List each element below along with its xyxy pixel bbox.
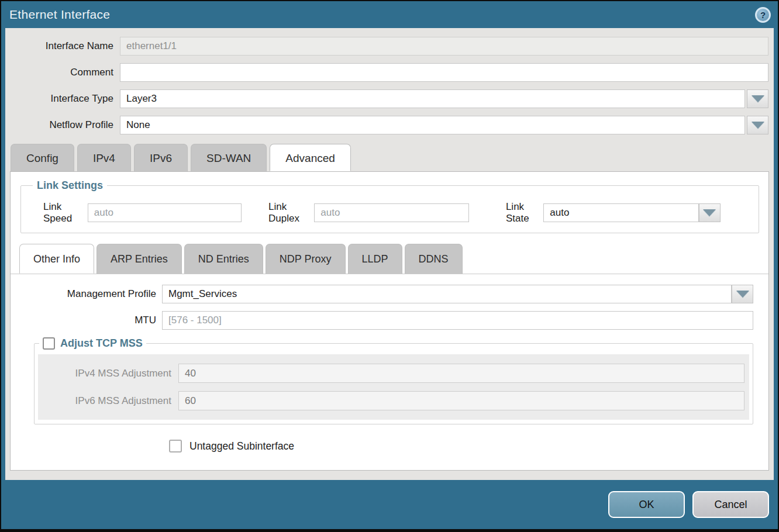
link-duplex-label: Link Duplex bbox=[268, 201, 314, 224]
link-state-label: Link State bbox=[506, 201, 543, 224]
chevron-down-icon bbox=[752, 122, 764, 129]
netflow-profile-row: Netflow Profile bbox=[5, 116, 768, 134]
chevron-down-icon bbox=[752, 95, 764, 102]
tab-ipv6[interactable]: IPv6 bbox=[134, 144, 188, 171]
link-state-select[interactable] bbox=[543, 203, 698, 222]
comment-label: Comment bbox=[5, 67, 120, 78]
dialog-body: Interface Name Comment Interface Type Ne… bbox=[5, 28, 774, 480]
interface-type-dropdown-button[interactable] bbox=[747, 89, 768, 108]
subtab-ddns[interactable]: DDNS bbox=[405, 244, 463, 274]
link-state-dropdown-button[interactable] bbox=[699, 203, 721, 222]
mss-disabled-panel: IPv4 MSS Adjustment IPv6 MSS Adjustment bbox=[38, 354, 749, 420]
netflow-profile-label: Netflow Profile bbox=[5, 119, 120, 131]
interface-name-label: Interface Name bbox=[5, 40, 120, 52]
management-profile-dropdown-button[interactable] bbox=[732, 285, 753, 303]
ok-button[interactable]: OK bbox=[608, 491, 685, 518]
link-speed-label: Link Speed bbox=[43, 201, 88, 224]
management-profile-select[interactable] bbox=[162, 285, 732, 303]
untagged-subinterface-checkbox[interactable] bbox=[169, 440, 182, 452]
interface-type-label: Interface Type bbox=[5, 93, 120, 105]
adjust-tcp-mss-checkbox[interactable] bbox=[43, 337, 55, 350]
interface-name-field bbox=[120, 37, 768, 56]
management-profile-row: Management Profile bbox=[11, 285, 753, 303]
dialog-title: Ethernet Interface bbox=[9, 8, 110, 22]
ethernet-interface-dialog: Ethernet Interface ? Interface Name Comm… bbox=[0, 0, 779, 532]
subtab-nd-entries[interactable]: ND Entries bbox=[184, 244, 263, 274]
advanced-tab-panel: Link Settings Link Speed Link Duplex Lin… bbox=[10, 171, 769, 471]
netflow-profile-dropdown-button[interactable] bbox=[747, 116, 768, 134]
ipv4-mss-row: IPv4 MSS Adjustment bbox=[43, 360, 744, 387]
comment-row: Comment bbox=[5, 63, 768, 82]
link-settings-legend: Link Settings bbox=[33, 179, 107, 192]
tab-config[interactable]: Config bbox=[11, 144, 74, 171]
mtu-row: MTU bbox=[11, 311, 753, 330]
interface-type-select[interactable] bbox=[120, 89, 745, 108]
ipv4-mss-field bbox=[178, 364, 744, 383]
ipv4-mss-label: IPv4 MSS Adjustment bbox=[43, 368, 178, 379]
ipv6-mss-field bbox=[178, 391, 744, 410]
management-profile-label: Management Profile bbox=[11, 288, 162, 300]
link-duplex-field[interactable] bbox=[314, 203, 469, 222]
untagged-subinterface-label: Untagged Subinterface bbox=[189, 440, 294, 452]
ipv6-mss-label: IPv6 MSS Adjustment bbox=[43, 395, 178, 407]
main-tab-bar: Config IPv4 IPv6 SD-WAN Advanced bbox=[11, 144, 774, 171]
link-speed-field[interactable] bbox=[88, 203, 242, 222]
title-bar: Ethernet Interface ? bbox=[1, 1, 778, 28]
comment-field[interactable] bbox=[120, 63, 768, 82]
sub-tab-bar: Other Info ARP Entries ND Entries NDP Pr… bbox=[19, 244, 768, 274]
tab-sd-wan[interactable]: SD-WAN bbox=[191, 144, 267, 171]
ipv6-mss-row: IPv6 MSS Adjustment bbox=[43, 387, 744, 414]
subtab-ndp-proxy[interactable]: NDP Proxy bbox=[266, 244, 346, 274]
mtu-field[interactable] bbox=[162, 311, 753, 330]
interface-type-row: Interface Type bbox=[5, 89, 768, 108]
link-settings-fieldset: Link Settings Link Speed Link Duplex Lin… bbox=[20, 179, 759, 233]
chevron-down-icon bbox=[736, 291, 749, 298]
untagged-subinterface-row: Untagged Subinterface bbox=[169, 440, 768, 452]
tab-ipv4[interactable]: IPv4 bbox=[77, 144, 131, 171]
other-info-panel: Management Profile MTU bbox=[11, 274, 768, 452]
subtab-lldp[interactable]: LLDP bbox=[348, 244, 402, 274]
adjust-tcp-mss-fieldset: Adjust TCP MSS IPv4 MSS Adjustment IPv6 … bbox=[34, 337, 753, 424]
adjust-tcp-mss-label: Adjust TCP MSS bbox=[60, 337, 143, 350]
subtab-other-info[interactable]: Other Info bbox=[19, 244, 94, 274]
interface-name-row: Interface Name bbox=[5, 37, 768, 56]
footer-bar: OK Cancel bbox=[1, 480, 778, 529]
netflow-profile-select[interactable] bbox=[120, 116, 745, 134]
cancel-button[interactable]: Cancel bbox=[692, 491, 769, 518]
tab-advanced[interactable]: Advanced bbox=[270, 144, 351, 171]
chevron-down-icon bbox=[703, 209, 716, 216]
help-icon[interactable]: ? bbox=[755, 7, 771, 23]
subtab-arp-entries[interactable]: ARP Entries bbox=[96, 244, 182, 274]
mtu-label: MTU bbox=[11, 315, 162, 326]
